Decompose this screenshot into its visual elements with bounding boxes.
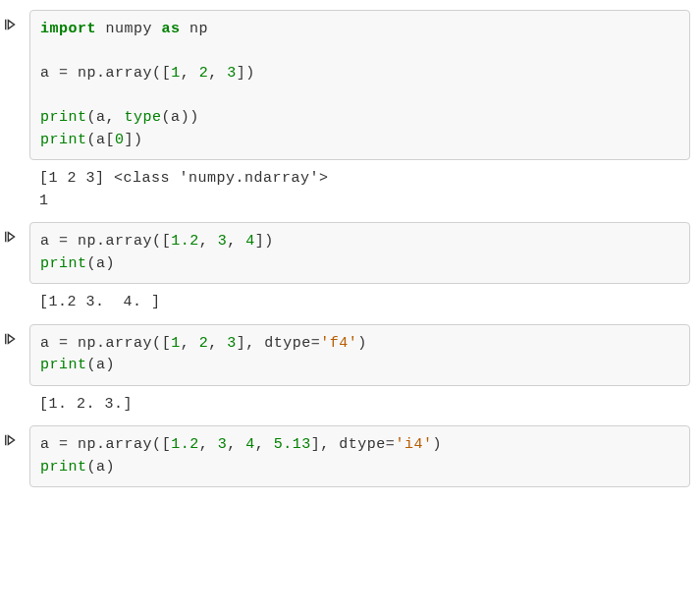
- code-input[interactable]: a = np.array([1, 2, 3], dtype='f4') prin…: [29, 324, 690, 386]
- cell-body: a = np.array([1.2, 3, 4, 5.13], dtype='i…: [29, 425, 690, 487]
- cell-body: a = np.array([1, 2, 3], dtype='f4') prin…: [29, 324, 690, 420]
- run-cell-icon[interactable]: [4, 425, 29, 487]
- code-cell: import numpy as np a = np.array([1, 2, 3…: [4, 10, 690, 216]
- run-cell-icon[interactable]: [4, 222, 29, 318]
- code-input[interactable]: import numpy as np a = np.array([1, 2, 3…: [29, 10, 690, 160]
- notebook-container: import numpy as np a = np.array([1, 2, 3…: [4, 10, 690, 487]
- code-cell: a = np.array([1.2, 3, 4]) print(a)[1.2 3…: [4, 222, 690, 318]
- code-cell: a = np.array([1.2, 3, 4, 5.13], dtype='i…: [4, 425, 690, 487]
- code-input[interactable]: a = np.array([1.2, 3, 4, 5.13], dtype='i…: [29, 425, 690, 487]
- cell-output: [1.2 3. 4. ]: [29, 284, 690, 318]
- run-cell-icon[interactable]: [4, 10, 29, 216]
- code-input[interactable]: a = np.array([1.2, 3, 4]) print(a): [29, 222, 690, 284]
- cell-body: import numpy as np a = np.array([1, 2, 3…: [29, 10, 690, 216]
- cell-body: a = np.array([1.2, 3, 4]) print(a)[1.2 3…: [29, 222, 690, 318]
- run-cell-icon[interactable]: [4, 324, 29, 420]
- cell-output: [1 2 3] <class 'numpy.ndarray'> 1: [29, 160, 690, 216]
- cell-output: [1. 2. 3.]: [29, 386, 690, 420]
- code-cell: a = np.array([1, 2, 3], dtype='f4') prin…: [4, 324, 690, 420]
